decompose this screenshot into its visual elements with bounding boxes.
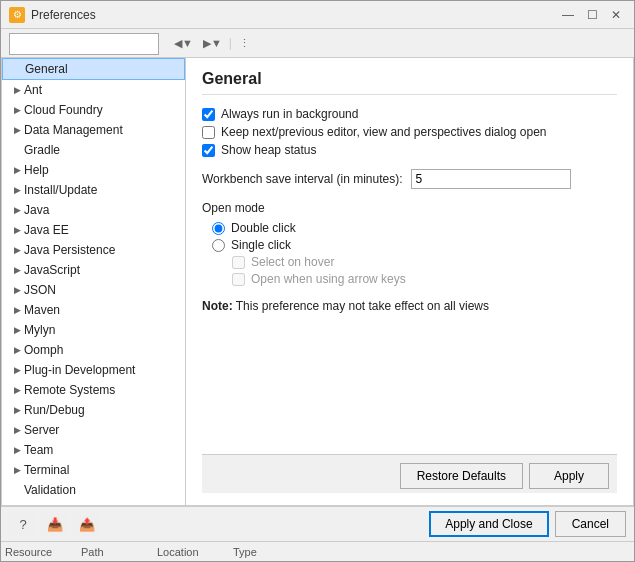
sidebar-item-label: Install/Update xyxy=(24,183,181,197)
sidebar-item-help[interactable]: ▶Help xyxy=(2,160,185,180)
show-heap-checkbox[interactable] xyxy=(202,144,215,157)
chevron-icon: ▶ xyxy=(10,265,24,275)
app-icon: ⚙ xyxy=(9,7,25,23)
chevron-icon: ▶ xyxy=(10,85,24,95)
chevron-icon: ▶ xyxy=(10,305,24,315)
chevron-icon: ▶ xyxy=(10,205,24,215)
workbench-save-input[interactable] xyxy=(411,169,571,189)
title-bar: ⚙ Preferences — ☐ ✕ xyxy=(1,1,634,29)
sidebar-item-label: Help xyxy=(24,163,181,177)
search-input[interactable] xyxy=(9,33,159,55)
double-click-label: Double click xyxy=(231,221,296,235)
note-text: This preference may not take effect on a… xyxy=(233,299,489,313)
note-row: Note: This preference may not take effec… xyxy=(202,299,617,313)
sidebar-item-run-debug[interactable]: ▶Run/Debug xyxy=(2,400,185,420)
sub-checkbox-row-hover: Select on hover xyxy=(232,255,617,269)
chevron-icon: ▶ xyxy=(10,365,24,375)
sidebar-item-label: Validation xyxy=(24,483,181,497)
content-area: General▶Ant▶Cloud Foundry▶Data Managemen… xyxy=(1,57,634,506)
taskbar-bottom: Resource Path Location Type xyxy=(1,541,634,561)
chevron-icon: ▶ xyxy=(10,125,24,135)
chevron-icon: ▶ xyxy=(10,225,24,235)
footer-right-buttons: Apply and Close Cancel xyxy=(429,511,626,537)
sidebar-item-java-ee[interactable]: ▶Java EE xyxy=(2,220,185,240)
apply-button[interactable]: Apply xyxy=(529,463,609,489)
sidebar-item-label: Gradle xyxy=(24,143,181,157)
checkbox-row-always-run: Always run in background xyxy=(202,107,617,121)
nav-separator: | xyxy=(229,36,232,50)
sidebar-item-label: Team xyxy=(24,443,181,457)
sidebar-item-data-management[interactable]: ▶Data Management xyxy=(2,120,185,140)
radio-row-double: Double click xyxy=(212,221,617,235)
sidebar-item-validation[interactable]: Validation xyxy=(2,480,185,500)
import-button[interactable]: 📥 xyxy=(41,512,69,536)
sidebar-item-gradle[interactable]: Gradle xyxy=(2,140,185,160)
show-heap-label: Show heap status xyxy=(221,143,316,157)
single-click-radio[interactable] xyxy=(212,239,225,252)
sidebar-item-label: Ant xyxy=(24,83,181,97)
checkbox-row-show-heap: Show heap status xyxy=(202,143,617,157)
keep-next-label: Keep next/previous editor, view and pers… xyxy=(221,125,547,139)
panel-buttons: Restore Defaults Apply xyxy=(202,454,617,493)
sidebar: General▶Ant▶Cloud Foundry▶Data Managemen… xyxy=(1,57,186,506)
sidebar-item-label: Data Management xyxy=(24,123,181,137)
open-mode-label: Open mode xyxy=(202,201,617,215)
sidebar-item-general[interactable]: General xyxy=(2,58,185,80)
workbench-save-label: Workbench save interval (in minutes): xyxy=(202,172,403,186)
sub-checkbox-row-arrow: Open when using arrow keys xyxy=(232,272,617,286)
sidebar-item-json[interactable]: ▶JSON xyxy=(2,280,185,300)
workbench-save-row: Workbench save interval (in minutes): xyxy=(202,169,617,189)
sidebar-item-terminal[interactable]: ▶Terminal xyxy=(2,460,185,480)
checkbox-row-keep-next: Keep next/previous editor, view and pers… xyxy=(202,125,617,139)
help-button[interactable]: ? xyxy=(9,512,37,536)
chevron-icon: ▶ xyxy=(10,105,24,115)
single-click-label: Single click xyxy=(231,238,291,252)
chevron-icon: ▶ xyxy=(10,385,24,395)
sidebar-item-java-persistence[interactable]: ▶Java Persistence xyxy=(2,240,185,260)
maximize-button[interactable]: ☐ xyxy=(582,5,602,25)
export-button[interactable]: 📤 xyxy=(73,512,101,536)
open-arrow-checkbox[interactable] xyxy=(232,273,245,286)
search-area: ◀▼ ▶▼ | ⋮ xyxy=(1,29,634,57)
sidebar-item-ant[interactable]: ▶Ant xyxy=(2,80,185,100)
sidebar-item-label: Run/Debug xyxy=(24,403,181,417)
sidebar-item-java[interactable]: ▶Java xyxy=(2,200,185,220)
chevron-icon: ▶ xyxy=(10,465,24,475)
sidebar-item-server[interactable]: ▶Server xyxy=(2,420,185,440)
restore-defaults-button[interactable]: Restore Defaults xyxy=(400,463,523,489)
sidebar-item-remote-systems[interactable]: ▶Remote Systems xyxy=(2,380,185,400)
sidebar-item-plug-in-development[interactable]: ▶Plug-in Development xyxy=(2,360,185,380)
back-button[interactable]: ◀▼ xyxy=(171,36,196,51)
always-run-checkbox[interactable] xyxy=(202,108,215,121)
chevron-icon: ▶ xyxy=(10,245,24,255)
always-run-label: Always run in background xyxy=(221,107,358,121)
chevron-icon: ▶ xyxy=(10,425,24,435)
chevron-icon: ▶ xyxy=(10,445,24,455)
cancel-button[interactable]: Cancel xyxy=(555,511,626,537)
select-hover-checkbox[interactable] xyxy=(232,256,245,269)
sidebar-item-label: JavaScript xyxy=(24,263,181,277)
keep-next-checkbox[interactable] xyxy=(202,126,215,139)
sidebar-item-javascript[interactable]: ▶JavaScript xyxy=(2,260,185,280)
forward-button[interactable]: ▶▼ xyxy=(200,36,225,51)
sidebar-item-oomph[interactable]: ▶Oomph xyxy=(2,340,185,360)
expand-button[interactable]: ⋮ xyxy=(236,36,253,51)
double-click-radio[interactable] xyxy=(212,222,225,235)
chevron-icon: ▶ xyxy=(10,185,24,195)
sidebar-item-install-update[interactable]: ▶Install/Update xyxy=(2,180,185,200)
sidebar-item-label: Remote Systems xyxy=(24,383,181,397)
apply-close-button[interactable]: Apply and Close xyxy=(429,511,548,537)
open-arrow-label: Open when using arrow keys xyxy=(251,272,406,286)
window-controls: — ☐ ✕ xyxy=(558,5,626,25)
note-bold: Note: xyxy=(202,299,233,313)
sidebar-item-maven[interactable]: ▶Maven xyxy=(2,300,185,320)
sidebar-item-cloud-foundry[interactable]: ▶Cloud Foundry xyxy=(2,100,185,120)
sidebar-item-team[interactable]: ▶Team xyxy=(2,440,185,460)
chevron-icon: ▶ xyxy=(10,345,24,355)
minimize-button[interactable]: — xyxy=(558,5,578,25)
close-button[interactable]: ✕ xyxy=(606,5,626,25)
sidebar-item-label: Java Persistence xyxy=(24,243,181,257)
sidebar-item-label: Mylyn xyxy=(24,323,181,337)
sidebar-item-mylyn[interactable]: ▶Mylyn xyxy=(2,320,185,340)
radio-row-single: Single click xyxy=(212,238,617,252)
